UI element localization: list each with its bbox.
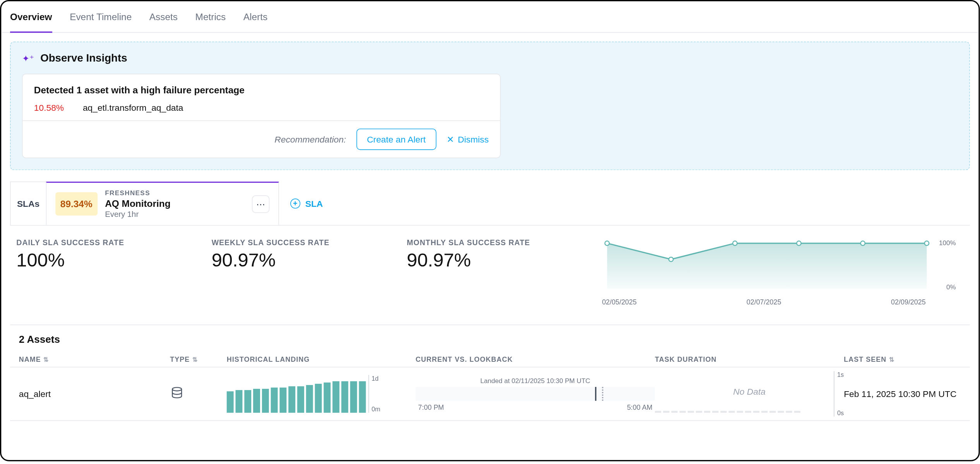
sla-section: SLAs 89.34% FRESHNESS AQ Monitoring Ever…	[10, 182, 970, 226]
svg-point-5	[925, 241, 929, 245]
sla-cadence: Every 1hr	[105, 210, 244, 219]
svg-point-1	[669, 257, 673, 261]
insights-title: Observe Insights	[40, 52, 127, 65]
create-alert-button[interactable]: Create an Alert	[356, 129, 436, 150]
sla-overline: FRESHNESS	[105, 189, 244, 197]
assets-count-title: 2 Assets	[10, 334, 970, 352]
table-row[interactable]: aq_alert 1d 0m	[10, 368, 970, 421]
historical-landing-chart	[227, 375, 366, 413]
weekly-sla-block: WEEKLY SLA SUCCESS RATE 90.97%	[212, 238, 407, 306]
insight-headline: Detected 1 asset with a high failure per…	[34, 84, 489, 95]
chart-y-top: 100%	[939, 239, 956, 247]
sla-name: AQ Monitoring	[105, 198, 244, 209]
chart-y-bottom: 0%	[946, 283, 956, 291]
current-marker-icon	[595, 387, 596, 401]
observe-insights-panel: ✦⁺ Observe Insights Detected 1 asset wit…	[10, 41, 970, 170]
tab-overview[interactable]: Overview	[10, 1, 52, 32]
sla-section-label: SLAs	[10, 182, 46, 225]
monthly-sla-label: MONTHLY SLA SUCCESS RATE	[407, 238, 602, 247]
daily-sla-block: DAILY SLA SUCCESS RATE 100%	[16, 238, 211, 306]
current-landed-label: Landed at 02/11/2025 10:30 PM UTC	[416, 377, 655, 385]
ellipsis-icon: ⋯	[256, 199, 265, 209]
current-x-end: 5:00 AM	[627, 403, 653, 411]
sla-more-button[interactable]: ⋯	[252, 195, 269, 213]
col-header-seen[interactable]: LAST SEEN⇅	[844, 356, 961, 363]
close-icon: ✕	[447, 134, 454, 144]
col-header-historical: HISTORICAL LANDING	[227, 356, 416, 363]
sla-card[interactable]: 89.34% FRESHNESS AQ Monitoring Every 1hr…	[46, 182, 279, 225]
svg-point-4	[860, 241, 865, 245]
recommendation-label: Recommendation:	[274, 134, 346, 144]
hist-axis-bottom: 0m	[372, 406, 380, 413]
dur-axis-top: 1s	[837, 371, 844, 378]
tab-assets[interactable]: Assets	[149, 1, 178, 32]
sparkle-icon: ✦⁺	[22, 53, 34, 64]
database-icon	[170, 386, 184, 400]
sla-trend-svg	[602, 238, 957, 295]
col-header-name[interactable]: NAME⇅	[19, 356, 170, 363]
col-header-current: CURRENT VS. LOOKBACK	[416, 356, 655, 363]
svg-point-0	[605, 241, 609, 245]
sla-trend-chart: 100% 0% 02/05/2025 02/07/2025 02/09/2025	[602, 238, 963, 306]
svg-point-6	[172, 387, 182, 391]
monthly-sla-block: MONTHLY SLA SUCCESS RATE 90.97%	[407, 238, 602, 306]
last-seen-value: Feb 11, 2025 10:30 PM UTC	[844, 389, 956, 399]
task-duration-chart: No Data 1s 0s	[655, 375, 844, 413]
col-header-type[interactable]: TYPE⇅	[170, 356, 226, 363]
failure-percentage: 10.58%	[34, 103, 64, 113]
svg-point-2	[733, 241, 737, 245]
add-sla-label: SLA	[305, 198, 323, 208]
plus-circle-icon: +	[290, 198, 300, 208]
current-timeline	[416, 387, 655, 401]
chart-x-tick: 02/09/2025	[891, 298, 926, 306]
weekly-sla-label: WEEKLY SLA SUCCESS RATE	[212, 238, 407, 247]
assets-section: 2 Assets NAME⇅ TYPE⇅ HISTORICAL LANDING …	[10, 325, 970, 421]
tab-event-timeline[interactable]: Event Timeline	[70, 1, 132, 32]
svg-point-3	[797, 241, 801, 245]
tabs-bar: Overview Event Timeline Assets Metrics A…	[1, 1, 978, 33]
hist-axis-top: 1d	[372, 375, 380, 382]
asset-name-link[interactable]: aq_alert	[19, 389, 51, 399]
dismiss-label: Dismiss	[458, 134, 489, 144]
daily-sla-label: DAILY SLA SUCCESS RATE	[16, 238, 211, 247]
sort-icon: ⇅	[43, 356, 49, 363]
col-header-duration: TASK DURATION	[655, 356, 844, 363]
weekly-sla-value: 90.97%	[212, 249, 407, 271]
tab-alerts[interactable]: Alerts	[243, 1, 267, 32]
no-data-label: No Data	[655, 386, 844, 396]
sort-icon: ⇅	[192, 356, 198, 363]
insight-card: Detected 1 asset with a high failure per…	[22, 74, 501, 158]
assets-header-row: NAME⇅ TYPE⇅ HISTORICAL LANDING CURRENT V…	[10, 352, 970, 368]
chart-x-tick: 02/05/2025	[602, 298, 637, 306]
current-x-start: 7:00 PM	[418, 403, 444, 411]
daily-sla-value: 100%	[16, 249, 211, 271]
add-sla-button[interactable]: + SLA	[279, 182, 334, 225]
sla-percentage-badge: 89.34%	[55, 192, 98, 215]
dur-axis-bottom: 0s	[837, 410, 844, 417]
current-marker-dotted-icon	[602, 387, 603, 401]
sort-icon: ⇅	[889, 356, 894, 363]
chart-x-tick: 02/07/2025	[747, 298, 781, 306]
monthly-sla-value: 90.97%	[407, 249, 602, 271]
insight-asset-name[interactable]: aq_etl.transform_aq_data	[83, 103, 183, 113]
metrics-row: DAILY SLA SUCCESS RATE 100% WEEKLY SLA S…	[10, 225, 970, 325]
tab-metrics[interactable]: Metrics	[195, 1, 226, 32]
dismiss-button[interactable]: ✕ Dismiss	[447, 134, 489, 144]
